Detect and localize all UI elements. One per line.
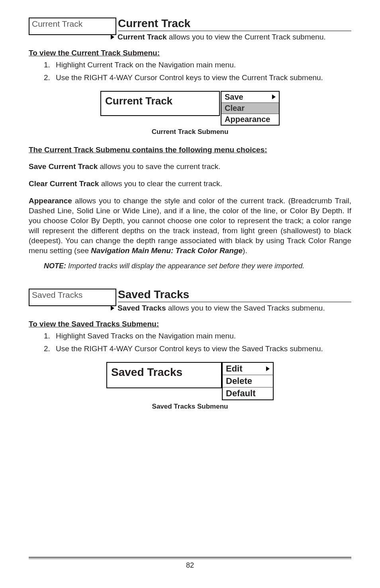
- menu-box-label: Current Track: [32, 19, 82, 28]
- paragraph-save: Save Current Track allows you to save th…: [29, 161, 351, 171]
- steps-list-ct: 1.Highlight Current Track on the Navigat…: [44, 61, 351, 82]
- submenu-label: Appearance: [225, 115, 270, 124]
- step-text: Highlight Current Track on the Navigatio…: [56, 61, 236, 69]
- title-rule: [118, 31, 351, 31]
- section-header-saved-tracks: Saved Tracks Saved Tracks Saved Tracks a…: [29, 289, 351, 313]
- title-rule: [118, 302, 351, 302]
- paragraph-clear: Clear Current Track allows you to clear …: [29, 179, 351, 189]
- section-header-current-track: Current Track Current Track Current Trac…: [29, 18, 351, 41]
- submenu-label: Clear: [225, 104, 245, 113]
- step-text: Use the RIGHT 4-WAY Cursor Control keys …: [56, 73, 323, 82]
- note-imported-tracks: NOTE: Imported tracks will display the a…: [44, 262, 351, 270]
- list-item: 1.Highlight Saved Tracks on the Navigati…: [44, 332, 351, 340]
- figure-caption-ct: Current Track Submenu: [29, 128, 351, 136]
- page-number: 82: [186, 561, 194, 569]
- note-label: NOTE:: [44, 262, 66, 270]
- submenu-row-edit: Edit: [223, 363, 273, 375]
- arrow-right-icon: [266, 366, 270, 371]
- arrow-right-icon: [111, 35, 114, 39]
- choices-heading: The Current Track Submenu contains the f…: [29, 146, 351, 154]
- submenu-row-default: Default: [223, 387, 273, 399]
- intro-rest: allows you to view the Current Track sub…: [167, 33, 326, 41]
- submenu-list-ct: Save Clear Appearance: [221, 91, 280, 126]
- arrow-right-icon: [111, 306, 114, 311]
- intro-rest: allows you to view the Saved Tracks subm…: [166, 304, 325, 312]
- term-bold: Clear Current Track: [29, 179, 99, 188]
- fig-box-current-track: Current Track: [100, 91, 220, 116]
- menu-box-saved-tracks: Saved Tracks: [29, 289, 116, 306]
- step-text: Use the RIGHT 4-WAY Cursor Control keys …: [56, 344, 323, 353]
- list-item: 2.Use the RIGHT 4-WAY Cursor Control key…: [44, 344, 351, 353]
- submenu-row-delete: Delete: [223, 375, 273, 387]
- submenu-row-save: Save: [221, 92, 279, 103]
- page-footer: 82: [29, 557, 351, 570]
- menu-box-current-track: Current Track: [29, 18, 116, 35]
- sub-heading-view-st: To view the Saved Tracks Submenu:: [29, 320, 351, 328]
- list-item: 1.Highlight Current Track on the Navigat…: [44, 61, 351, 69]
- section-title-current-track: Current Track: [118, 17, 190, 29]
- fig-box-label: Saved Tracks: [111, 366, 182, 378]
- intro-bold: Current Track: [118, 33, 167, 41]
- arrow-right-icon: [272, 94, 276, 99]
- term-bold: Save Current Track: [29, 162, 98, 171]
- fig-box-saved-tracks: Saved Tracks: [106, 362, 222, 388]
- steps-list-st: 1.Highlight Saved Tracks on the Navigati…: [44, 332, 351, 353]
- term-desc: allows you to save the current track.: [98, 162, 220, 171]
- list-item: 2.Use the RIGHT 4-WAY Cursor Control key…: [44, 73, 351, 82]
- intro-bold: Saved Tracks: [118, 304, 166, 312]
- submenu-label: Edit: [226, 364, 243, 374]
- figure-caption-st: Saved Tracks Submenu: [29, 403, 351, 411]
- term-desc: allows you to clear the current track.: [99, 179, 222, 188]
- note-text: Imported tracks will display the appeara…: [66, 262, 304, 270]
- submenu-list-st: Edit Delete Default: [222, 362, 274, 400]
- term-desc-ital: Navigation Main Menu: Track Color Range: [91, 246, 243, 255]
- step-text: Highlight Saved Tracks on the Navigation…: [56, 332, 236, 340]
- footer-rule-thick: [29, 557, 351, 558]
- term-desc-b: ).: [243, 246, 247, 255]
- fig-box-label: Current Track: [105, 95, 172, 107]
- submenu-row-clear: Clear: [221, 103, 279, 114]
- sub-heading-view-ct: To view the Current Track Submenu:: [29, 49, 351, 57]
- paragraph-appearance: Appearance allows you to change the styl…: [29, 196, 351, 256]
- submenu-label: Save: [225, 92, 243, 102]
- figure-saved-tracks-submenu: Saved Tracks Edit Delete Default: [29, 362, 351, 400]
- figure-current-track-submenu: Current Track Save Clear Appearance: [29, 91, 351, 126]
- footer-rule-thin: [29, 559, 351, 559]
- section-title-saved-tracks: Saved Tracks: [118, 288, 189, 301]
- submenu-label: Default: [226, 388, 256, 399]
- menu-box-label: Saved Tracks: [32, 290, 82, 299]
- submenu-row-appearance: Appearance: [221, 114, 279, 125]
- submenu-label: Delete: [226, 376, 252, 386]
- term-bold: Appearance: [29, 197, 72, 205]
